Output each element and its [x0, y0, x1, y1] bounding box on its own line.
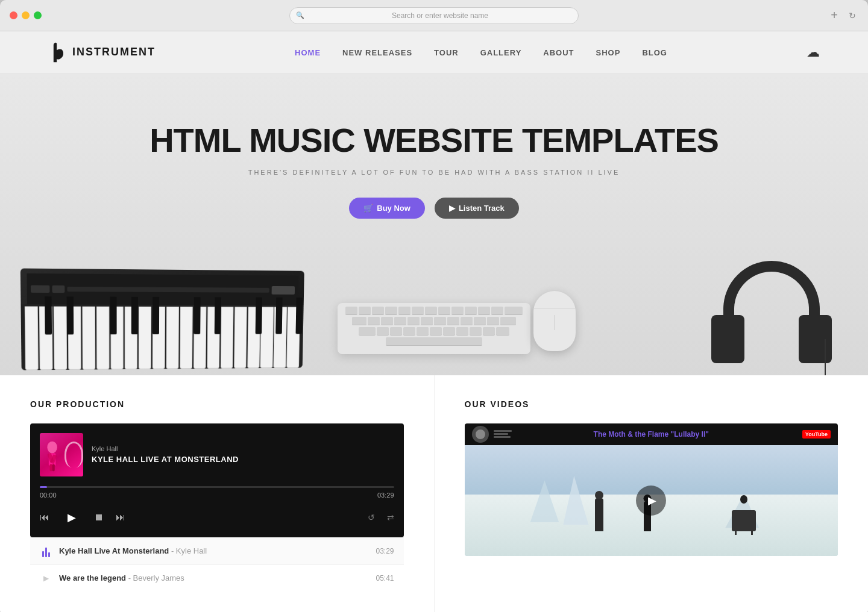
player-controls: ⏮ ▶ ⏹ ⏭ ↺ ⇄ [30, 501, 404, 537]
video-play-button[interactable]: ▶ [636, 486, 666, 516]
cloud-icon[interactable]: ☁ [807, 45, 820, 60]
video-scene: ▶ [465, 445, 838, 556]
address-text: Search or enter website name [308, 11, 572, 20]
track-item[interactable]: Kyle Hall Live At Monsterland - Kyle Hal… [30, 537, 404, 564]
nav-link-blog[interactable]: BLOG [642, 48, 667, 57]
browser-titlebar: 🔍 Search or enter website name ↻ + [0, 0, 868, 31]
nav-link-home[interactable]: HOME [295, 48, 321, 57]
rewind-button[interactable]: ⏮ [40, 512, 49, 523]
player-times: 00:00 03:29 [40, 492, 394, 499]
buy-now-button[interactable]: 🛒 Buy Now [349, 198, 425, 219]
nav-item-about[interactable]: ABOUT [543, 47, 574, 58]
website-content: INSTRUMENT HOME NEW RELEASES TOUR GALLER… [0, 31, 868, 612]
site-logo[interactable]: INSTRUMENT [48, 42, 156, 63]
nav-link-about[interactable]: ABOUT [543, 48, 574, 57]
maximize-button[interactable] [34, 11, 42, 19]
album-art-image [40, 435, 64, 474]
stop-button[interactable]: ⏹ [94, 512, 104, 523]
computer-mouse [530, 291, 579, 357]
nav-link-tour[interactable]: TOUR [434, 48, 459, 57]
listen-track-label: Listen Track [459, 204, 505, 213]
player-artist: Kyle Hall [92, 445, 394, 452]
minimize-button[interactable] [22, 11, 30, 19]
cart-icon: 🛒 [363, 204, 373, 213]
repeat-button[interactable]: ↺ [368, 513, 375, 522]
play-icon: ▶ [40, 572, 52, 584]
player-top: Kyle Hall KYLE HALL LIVE AT MONSTERLAND [30, 423, 404, 486]
browser-dots [10, 11, 42, 19]
address-bar[interactable]: 🔍 Search or enter website name [289, 7, 579, 24]
player-progress-area: 00:00 03:29 [30, 486, 404, 501]
svg-point-1 [47, 442, 57, 454]
piano-keys [20, 304, 303, 370]
hero-subtitle: THERE'S DEFINITELY A LOT OF FUN TO BE HA… [248, 169, 620, 176]
logo-icon [48, 42, 68, 63]
music-player: Kyle Hall KYLE HALL LIVE AT MONSTERLAND … [30, 423, 404, 537]
browser-window: 🔍 Search or enter website name ↻ + INSTR… [0, 0, 868, 612]
shuffle-button[interactable]: ⇄ [387, 513, 394, 522]
current-time: 00:00 [40, 492, 57, 499]
progress-bar[interactable] [40, 486, 394, 488]
nav-link-gallery[interactable]: GALLERY [480, 48, 522, 57]
video-title: The Moth & the Flame "Lullaby II" [520, 430, 783, 439]
play-button[interactable]: ▶ [61, 507, 82, 528]
close-button[interactable] [10, 11, 17, 19]
track-name-2: We are the legend - Beverly James [59, 573, 368, 582]
logo-text: INSTRUMENT [72, 46, 156, 58]
nav-item-new-releases[interactable]: NEW RELEASES [342, 47, 412, 58]
scene-figure-1 [595, 498, 603, 531]
scene-prop-1 [732, 510, 756, 531]
nav-item-tour[interactable]: TOUR [434, 47, 459, 58]
nav-item-gallery[interactable]: GALLERY [480, 47, 522, 58]
progress-fill [40, 486, 47, 488]
new-tab-icon[interactable]: + [831, 8, 838, 22]
search-icon: 🔍 [296, 11, 304, 19]
playing-bars-icon [40, 545, 52, 557]
bottom-section: OUR PRODUCTION [0, 375, 868, 612]
nav-link-new-releases[interactable]: NEW RELEASES [342, 48, 412, 57]
nav-item-blog[interactable]: BLOG [642, 47, 667, 58]
production-section: OUR PRODUCTION [0, 375, 435, 612]
svg-rect-6 [52, 464, 55, 472]
youtube-badge: YouTube [802, 430, 831, 439]
production-title: OUR PRODUCTION [30, 399, 404, 409]
video-container[interactable]: The Moth & the Flame "Lullaby II" YouTub… [465, 423, 838, 556]
nav-item-home[interactable]: HOME [295, 47, 321, 58]
video-top-bar: The Moth & the Flame "Lullaby II" YouTub… [465, 423, 838, 445]
nav-link-shop[interactable]: SHOP [596, 48, 621, 57]
hero-section: HTML MUSIC WEBSITE TEMPLATES THERE'S DEF… [0, 73, 868, 375]
svg-rect-5 [50, 464, 52, 472]
player-title: KYLE HALL LIVE AT MONSTERLAND [92, 455, 394, 464]
player-info: Kyle Hall KYLE HALL LIVE AT MONSTERLAND [92, 445, 394, 464]
total-time: 03:29 [377, 492, 394, 499]
track-name-1: Kyle Hall Live At Monsterland - Kyle Hal… [59, 546, 368, 555]
hero-images [0, 243, 868, 375]
reload-icon[interactable]: ↻ [849, 11, 856, 20]
track-item[interactable]: ▶ We are the legend - Beverly James 05:4… [30, 564, 404, 592]
track-list: Kyle Hall Live At Monsterland - Kyle Hal… [30, 537, 404, 592]
track-duration-2: 05:41 [376, 574, 394, 582]
headphones [711, 255, 844, 375]
videos-section: OUR VIDEOS Th [435, 375, 869, 612]
hero-title: HTML MUSIC WEBSITE TEMPLATES [149, 122, 719, 159]
navigation: INSTRUMENT HOME NEW RELEASES TOUR GALLER… [0, 31, 868, 73]
track-duration-1: 03:29 [376, 547, 394, 555]
hero-buttons: 🛒 Buy Now ▶ Listen Track [349, 198, 519, 219]
computer-keyboard [338, 303, 530, 375]
buy-now-label: Buy Now [377, 204, 410, 213]
listen-track-button[interactable]: ▶ Listen Track [435, 198, 519, 219]
album-art [40, 433, 83, 476]
nav-item-shop[interactable]: SHOP [596, 47, 621, 58]
nav-links: HOME NEW RELEASES TOUR GALLERY ABOUT SHO… [295, 47, 667, 58]
fast-forward-button[interactable]: ⏭ [116, 512, 125, 523]
piano-keyboard [20, 268, 304, 370]
videos-title: OUR VIDEOS [465, 399, 838, 409]
play-icon: ▶ [449, 204, 455, 213]
